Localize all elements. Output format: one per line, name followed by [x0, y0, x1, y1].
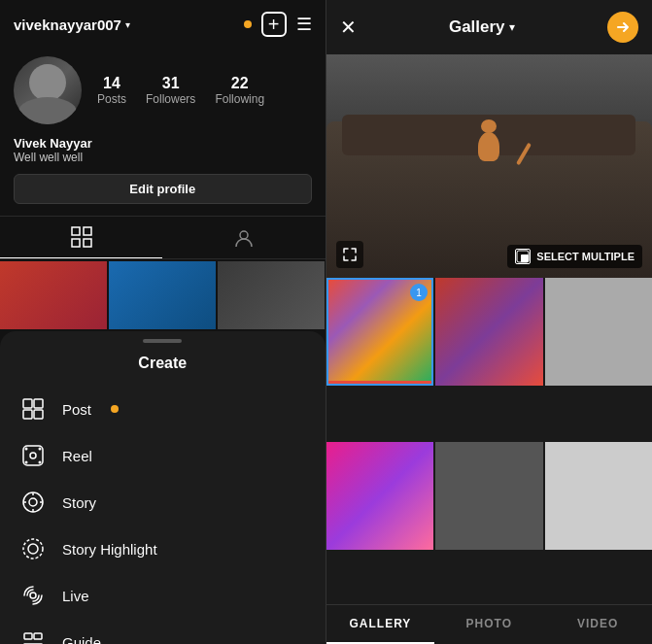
- profile-section: 14 Posts 31 Followers 22 Following: [0, 49, 326, 136]
- svg-point-4: [240, 231, 248, 239]
- gallery-header: ✕ Gallery ▾: [326, 0, 653, 54]
- username-row: viveknayyar007 ▾: [14, 17, 130, 33]
- story-highlight-icon: [19, 535, 47, 562]
- hamburger-menu-icon[interactable]: ☰: [296, 14, 312, 35]
- svg-point-11: [25, 448, 28, 451]
- grid-icon: [71, 226, 92, 248]
- tab-tagged[interactable]: [162, 217, 325, 258]
- gallery-title: Gallery: [449, 17, 505, 37]
- svg-point-10: [30, 453, 36, 458]
- posts-label: Posts: [97, 92, 126, 106]
- profile-tabs: [0, 216, 326, 259]
- edit-profile-button[interactable]: Edit profile: [14, 174, 312, 204]
- live-icon: [19, 582, 47, 609]
- stats-row: 14 Posts 31 Followers 22 Following: [97, 75, 264, 106]
- svg-rect-5: [23, 399, 32, 408]
- thumbnail-image: [545, 442, 653, 550]
- post-thumb[interactable]: [109, 261, 216, 329]
- bio-text: Well well well: [14, 151, 312, 164]
- gallery-thumbnail[interactable]: 1: [326, 278, 434, 386]
- tab-gallery[interactable]: GALLERY: [326, 605, 435, 644]
- gallery-thumbnail[interactable]: [435, 442, 543, 550]
- followers-label[interactable]: Followers: [146, 92, 195, 106]
- selected-badge: 1: [410, 284, 428, 301]
- video-indicator: [328, 381, 432, 384]
- display-name: Vivek Nayyar: [14, 136, 312, 151]
- menu-label-post: Post: [62, 401, 91, 418]
- gallery-thumbnails: 1: [326, 278, 653, 604]
- gallery-thumbnail[interactable]: [326, 442, 434, 550]
- tab-photo[interactable]: PHOTO: [434, 605, 543, 644]
- svg-rect-25: [34, 633, 42, 639]
- expand-button[interactable]: [336, 241, 363, 268]
- svg-point-13: [25, 461, 28, 464]
- menu-item-story[interactable]: Story: [0, 479, 326, 525]
- tab-video[interactable]: VIDEO: [543, 605, 652, 644]
- menu-item-story-highlight[interactable]: Story Highlight: [0, 525, 326, 572]
- thumbnail-image: [435, 442, 543, 550]
- following-count[interactable]: 22: [231, 75, 249, 92]
- svg-rect-0: [72, 227, 80, 235]
- username[interactable]: viveknayyar007: [14, 17, 121, 33]
- post-notification-dot: [111, 405, 119, 413]
- stat-followers: 31 Followers: [146, 75, 195, 106]
- menu-label-story: Story: [62, 494, 96, 511]
- svg-point-21: [23, 539, 43, 559]
- followers-count[interactable]: 31: [162, 75, 180, 92]
- username-chevron-icon[interactable]: ▾: [125, 19, 130, 30]
- gallery-title-row: Gallery ▾: [449, 17, 515, 37]
- svg-point-14: [39, 461, 42, 464]
- gallery-bottom-tabs: GALLERY PHOTO VIDEO: [326, 604, 653, 644]
- svg-rect-1: [84, 227, 91, 235]
- gallery-thumbnail[interactable]: [545, 278, 653, 386]
- reel-icon: [19, 442, 47, 469]
- svg-point-23: [30, 593, 36, 598]
- header-icons: ☰: [244, 12, 312, 37]
- notification-dot-icon: [244, 20, 252, 28]
- header-bar: viveknayyar007 ▾ ☰: [0, 0, 326, 49]
- select-multiple-button[interactable]: SELECT MULTIPLE: [507, 245, 642, 268]
- svg-rect-8: [34, 410, 43, 419]
- new-post-icon[interactable]: [261, 12, 287, 37]
- gallery-thumbnail[interactable]: [545, 442, 653, 550]
- svg-point-12: [39, 448, 42, 451]
- svg-point-22: [28, 544, 38, 554]
- menu-item-live[interactable]: Live: [0, 572, 326, 619]
- cat-body: [478, 132, 499, 161]
- select-multiple-icon: [515, 249, 531, 264]
- tab-grid[interactable]: [0, 217, 162, 258]
- svg-rect-3: [84, 239, 91, 247]
- stat-following: 22 Following: [215, 75, 264, 106]
- menu-label-story-highlight: Story Highlight: [62, 541, 157, 558]
- cat-head: [481, 119, 497, 133]
- left-panel: viveknayyar007 ▾ ☰ 14 Posts 31 Followers…: [0, 0, 326, 644]
- avatar: [14, 56, 82, 124]
- svg-rect-6: [34, 399, 43, 408]
- name-bio: Vivek Nayyar Well well well: [0, 136, 326, 174]
- svg-rect-24: [24, 633, 32, 639]
- person-tag-icon: [233, 227, 255, 249]
- menu-item-guide[interactable]: Guide: [0, 619, 326, 644]
- gallery-next-button[interactable]: [607, 12, 638, 43]
- gallery-thumbnail[interactable]: [435, 278, 543, 386]
- menu-item-post[interactable]: Post: [0, 386, 326, 432]
- posts-count: 14: [103, 75, 120, 92]
- create-bottom-sheet: Create Post: [0, 331, 326, 644]
- sheet-title: Create: [0, 355, 326, 372]
- thumbnail-image: [435, 278, 543, 386]
- post-thumb[interactable]: [0, 261, 107, 329]
- sheet-handle: [143, 339, 182, 343]
- menu-item-reel[interactable]: Reel: [0, 432, 326, 479]
- right-panel: ✕ Gallery ▾: [326, 0, 653, 644]
- menu-label-guide: Guide: [62, 634, 101, 645]
- gallery-chevron-icon[interactable]: ▾: [509, 20, 515, 34]
- thumbnail-image: [545, 278, 653, 386]
- photo-preview: SELECT MULTIPLE: [326, 54, 653, 278]
- story-icon: [19, 489, 47, 516]
- menu-label-reel: Reel: [62, 448, 92, 464]
- expand-icon: [343, 248, 357, 261]
- following-label[interactable]: Following: [215, 92, 264, 106]
- close-icon[interactable]: ✕: [340, 16, 357, 39]
- post-thumb[interactable]: [218, 261, 325, 329]
- svg-point-16: [29, 498, 37, 506]
